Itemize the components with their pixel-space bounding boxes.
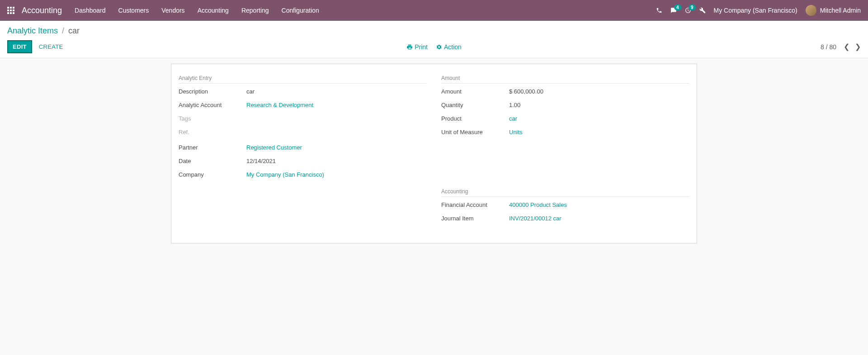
label-date: Date (179, 158, 246, 164)
action-label: Action (444, 43, 462, 51)
form-container: Analytic Entry Description car Analytic … (0, 58, 868, 243)
company-switcher[interactable]: My Company (San Francisco) (714, 7, 797, 14)
field-analytic-account: Analytic Account Research & Development (179, 102, 427, 112)
nav-vendors[interactable]: Vendors (161, 7, 184, 14)
nav-reporting[interactable]: Reporting (241, 7, 269, 14)
gear-icon (436, 44, 442, 50)
breadcrumb-current: car (68, 26, 80, 35)
label-product: Product (441, 115, 509, 122)
print-dropdown[interactable]: Print (406, 43, 428, 51)
field-journal-item: Journal Item INV/2021/00012 car (441, 215, 689, 225)
company-name: My Company (San Francisco) (714, 7, 797, 14)
value-partner[interactable]: Registered Customer (246, 144, 427, 151)
user-menu[interactable]: Mitchell Admin (806, 5, 861, 16)
field-description: Description car (179, 88, 427, 98)
label-amount: Amount (441, 88, 509, 95)
phone-icon[interactable] (656, 7, 662, 14)
control-panel-bottom: EDIT CREATE Print Action 8 / 80 ❮ ❯ (7, 40, 861, 58)
group-amount: Amount (441, 75, 689, 84)
label-company: Company (179, 171, 246, 178)
value-uom[interactable]: Units (509, 129, 689, 135)
pager-arrows: ❮ ❯ (844, 42, 861, 51)
nav-accounting[interactable]: Accounting (198, 7, 229, 14)
value-date: 12/14/2021 (246, 158, 427, 164)
print-label: Print (415, 43, 428, 51)
label-tags: Tags (179, 115, 246, 122)
navbar-right: 4 9 My Company (San Francisco) Mitchell … (656, 5, 861, 16)
control-panel: Analytic Items / car EDIT CREATE Print A… (0, 21, 868, 58)
nav-menu: Dashboard Customers Vendors Accounting R… (75, 7, 319, 14)
label-uom: Unit of Measure (441, 129, 509, 135)
form-sheet: Analytic Entry Description car Analytic … (171, 64, 697, 243)
activities-badge: 9 (689, 5, 696, 10)
value-quantity: 1.00 (509, 102, 689, 108)
value-product[interactable]: car (509, 115, 689, 122)
pager-prev[interactable]: ❮ (844, 42, 849, 51)
field-ref: Ref. (179, 129, 427, 139)
action-dropdown[interactable]: Action (436, 43, 462, 51)
field-financial-account: Financial Account 400000 Product Sales (441, 201, 689, 211)
value-journal-item[interactable]: INV/2021/00012 car (509, 215, 689, 222)
debug-icon[interactable] (699, 7, 706, 14)
field-date: Date 12/14/2021 (179, 158, 427, 168)
value-description: car (246, 88, 427, 95)
value-amount: $ 600,000.00 (509, 88, 689, 95)
nav-customers[interactable]: Customers (118, 7, 149, 14)
messages-icon[interactable]: 4 (670, 7, 677, 14)
group-accounting: Accounting (441, 188, 689, 197)
edit-button[interactable]: EDIT (7, 40, 32, 53)
value-analytic-account[interactable]: Research & Development (246, 102, 427, 108)
breadcrumb: Analytic Items / car (7, 26, 861, 36)
value-company[interactable]: My Company (San Francisco) (246, 171, 427, 178)
field-company: Company My Company (San Francisco) (179, 171, 427, 181)
pager-text[interactable]: 8 / 80 (821, 43, 836, 51)
cp-buttons: EDIT CREATE (7, 40, 68, 53)
value-financial-account[interactable]: 400000 Product Sales (509, 201, 689, 208)
navbar-left: Accounting Dashboard Customers Vendors A… (7, 6, 319, 15)
main-navbar: Accounting Dashboard Customers Vendors A… (0, 0, 868, 21)
nav-configuration[interactable]: Configuration (282, 7, 319, 14)
label-ref: Ref. (179, 129, 246, 135)
messages-badge: 4 (674, 5, 681, 10)
nav-dashboard[interactable]: Dashboard (75, 7, 106, 14)
pager-next[interactable]: ❯ (855, 42, 861, 51)
field-quantity: Quantity 1.00 (441, 102, 689, 112)
label-description: Description (179, 88, 246, 95)
breadcrumb-parent[interactable]: Analytic Items (7, 26, 58, 35)
breadcrumb-sep: / (62, 26, 64, 35)
label-quantity: Quantity (441, 102, 509, 108)
activities-icon[interactable]: 9 (685, 7, 691, 14)
label-journal-item: Journal Item (441, 215, 509, 222)
field-uom: Unit of Measure Units (441, 129, 689, 139)
print-icon (406, 44, 413, 50)
cp-center: Print Action (406, 43, 462, 51)
label-financial-account: Financial Account (441, 201, 509, 208)
app-brand[interactable]: Accounting (22, 6, 62, 15)
create-button[interactable]: CREATE (34, 41, 68, 53)
label-partner: Partner (179, 144, 246, 151)
avatar (806, 5, 816, 16)
user-name: Mitchell Admin (820, 7, 861, 14)
field-partner: Partner Registered Customer (179, 144, 427, 154)
form-col-right: Amount Amount $ 600,000.00 Quantity 1.00… (441, 75, 689, 229)
field-tags: Tags (179, 115, 427, 125)
cp-right: 8 / 80 ❮ ❯ (821, 42, 861, 51)
apps-icon[interactable] (7, 7, 14, 14)
field-product: Product car (441, 115, 689, 125)
label-analytic-account: Analytic Account (179, 102, 246, 108)
form-row: Analytic Entry Description car Analytic … (179, 75, 689, 229)
field-amount: Amount $ 600,000.00 (441, 88, 689, 98)
form-col-left: Analytic Entry Description car Analytic … (179, 75, 427, 229)
group-analytic-entry: Analytic Entry (179, 75, 427, 84)
